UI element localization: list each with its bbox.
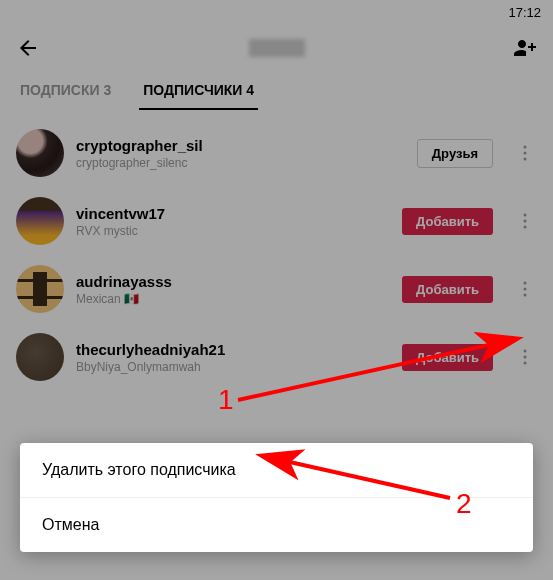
cancel-option[interactable]: Отмена	[20, 498, 533, 552]
remove-follower-option[interactable]: Удалить этого подписчика	[20, 443, 533, 498]
action-sheet: Удалить этого подписчика Отмена	[20, 443, 533, 552]
